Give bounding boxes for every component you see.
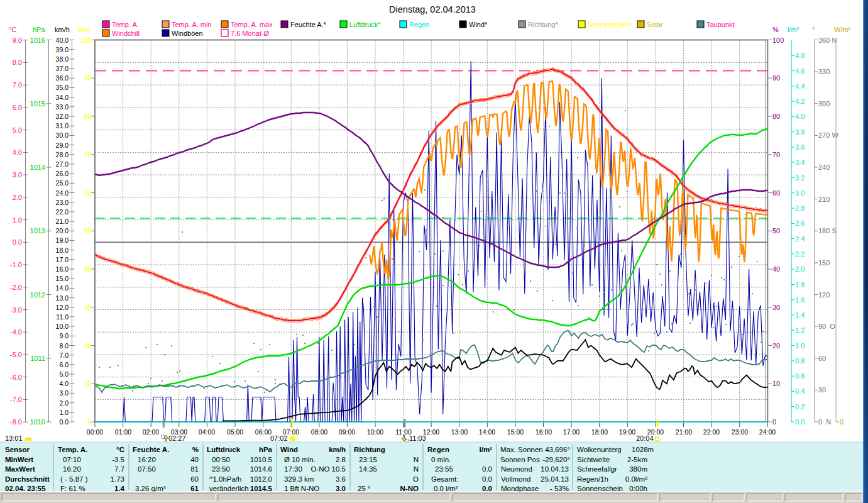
svg-text:8.0: 8.0: [13, 58, 22, 66]
svg-text:2.6: 2.6: [795, 219, 805, 227]
svg-text:10.0: 10.0: [56, 323, 69, 330]
svg-text:16.0: 16.0: [56, 265, 69, 273]
svg-text:20:04: 20:04: [636, 434, 654, 442]
svg-text:Sonnenschein: Sonnenschein: [577, 485, 623, 492]
svg-text:25.0: 25.0: [56, 179, 69, 187]
svg-text:Neumond: Neumond: [501, 465, 532, 473]
svg-text:^1.0hPa/h: ^1.0hPa/h: [209, 475, 241, 483]
svg-text:-3.5: -3.5: [112, 456, 124, 463]
svg-text:25.04.13: 25.04.13: [541, 475, 569, 483]
svg-text:19.0: 19.0: [56, 236, 69, 244]
svg-text:4.0: 4.0: [795, 113, 805, 120]
svg-text:3.0: 3.0: [13, 171, 22, 179]
svg-text:1.0: 1.0: [795, 342, 805, 350]
svg-text:2.0: 2.0: [59, 399, 69, 407]
svg-text:360 N: 360 N: [818, 36, 837, 44]
svg-text:3.6: 3.6: [336, 475, 346, 483]
svg-text:0.0: 0.0: [482, 485, 492, 492]
svg-text:10: 10: [84, 380, 92, 387]
svg-text:15.0: 15.0: [56, 275, 69, 282]
svg-text:Feuchte A.: Feuchte A.: [133, 446, 169, 453]
svg-text:36.0: 36.0: [56, 74, 69, 82]
svg-text:31.0: 31.0: [56, 122, 69, 130]
svg-text:40: 40: [772, 265, 780, 273]
svg-text:60: 60: [190, 475, 199, 483]
svg-text:1010.5: 1010.5: [250, 456, 272, 463]
svg-text:°C: °C: [116, 446, 124, 453]
svg-text:Regen: Regen: [409, 21, 429, 28]
svg-text:1014.5: 1014.5: [250, 485, 273, 492]
svg-text:1.0: 1.0: [13, 216, 22, 224]
svg-text:3.4: 3.4: [795, 158, 805, 166]
svg-text:35.0: 35.0: [56, 84, 69, 91]
svg-text:24:00: 24:00: [759, 428, 776, 436]
svg-text:50: 50: [84, 227, 92, 235]
svg-text:°: °: [812, 26, 815, 33]
svg-text:0.2: 0.2: [795, 403, 805, 411]
svg-text:- 53%: - 53%: [550, 485, 569, 492]
svg-text:13:01: 13:01: [5, 434, 23, 442]
svg-text:40: 40: [84, 265, 92, 273]
svg-text:7.0: 7.0: [59, 351, 69, 359]
svg-text:30: 30: [818, 386, 826, 394]
svg-text:1014: 1014: [30, 163, 45, 171]
svg-text:km/h: km/h: [55, 26, 70, 33]
svg-text:2.8: 2.8: [795, 204, 805, 212]
svg-text:Wind*: Wind*: [469, 21, 488, 28]
svg-text:07:10: 07:10: [63, 456, 81, 463]
svg-text:3.0: 3.0: [795, 189, 805, 197]
svg-text:Durchschnitt: Durchschnitt: [5, 475, 50, 483]
svg-text:2.4: 2.4: [795, 235, 805, 243]
svg-text:15:00: 15:00: [507, 428, 524, 436]
svg-text:00:00: 00:00: [87, 428, 103, 436]
svg-text:O-NO 10.5: O-NO 10.5: [310, 465, 346, 473]
svg-text:07:02: 07:02: [270, 434, 288, 442]
svg-text:81: 81: [190, 465, 199, 473]
svg-text:14:35: 14:35: [359, 465, 377, 473]
svg-text:16:00: 16:00: [536, 428, 552, 436]
svg-text:380m: 380m: [629, 465, 647, 473]
svg-text:7.7: 7.7: [114, 465, 124, 473]
svg-text:30.0: 30.0: [56, 131, 69, 139]
svg-text:Temp. A.: Temp. A.: [58, 446, 87, 453]
svg-text:1014.6: 1014.6: [250, 465, 272, 473]
svg-text:22:00: 22:00: [703, 428, 720, 436]
svg-text:8.0: 8.0: [59, 342, 69, 350]
svg-text:60: 60: [84, 189, 92, 197]
svg-text:1 Bft N-NO: 1 Bft N-NO: [284, 485, 319, 492]
svg-text:1.8: 1.8: [795, 281, 805, 289]
svg-text:21:00: 21:00: [676, 428, 692, 436]
svg-text:02:00: 02:00: [143, 428, 159, 436]
svg-text:23.0: 23.0: [56, 199, 69, 206]
svg-text:16:20: 16:20: [138, 456, 156, 463]
svg-text:16:20: 16:20: [63, 465, 81, 473]
svg-text:0:00h: 0:00h: [629, 485, 647, 492]
svg-text:%: %: [772, 26, 779, 33]
svg-text:02.04. 23:55: 02.04. 23:55: [5, 485, 46, 492]
svg-text:1.6: 1.6: [795, 296, 805, 304]
svg-text:32.0: 32.0: [56, 113, 69, 120]
svg-text:329.3 km: 329.3 km: [284, 475, 314, 483]
svg-text:km/h: km/h: [329, 446, 346, 453]
svg-text:1016: 1016: [30, 36, 45, 44]
svg-text:10: 10: [772, 380, 780, 387]
svg-text:veränderlich: veränderlich: [209, 485, 249, 492]
svg-text:hPa: hPa: [259, 446, 273, 453]
svg-text:05:00: 05:00: [227, 428, 243, 436]
svg-text:20: 20: [84, 342, 92, 350]
svg-text:2.2: 2.2: [795, 250, 805, 258]
svg-text:33.0: 33.0: [56, 103, 69, 111]
svg-text:Temp. A. min: Temp. A. min: [172, 21, 212, 28]
svg-text:Solar: Solar: [647, 21, 663, 28]
svg-text:0 N: 0 N: [818, 418, 831, 426]
svg-text:%: %: [192, 446, 199, 453]
svg-text:6.0: 6.0: [13, 104, 22, 111]
svg-text:-8.0: -8.0: [10, 418, 22, 426]
svg-text:40.0: 40.0: [56, 36, 69, 44]
svg-text:MaxWert: MaxWert: [5, 465, 35, 473]
svg-text:04:00: 04:00: [199, 428, 215, 436]
svg-text:39.0: 39.0: [56, 46, 69, 53]
svg-text:1013: 1013: [30, 227, 45, 235]
svg-text:5.0: 5.0: [59, 370, 69, 378]
svg-text:0.4: 0.4: [795, 387, 805, 395]
